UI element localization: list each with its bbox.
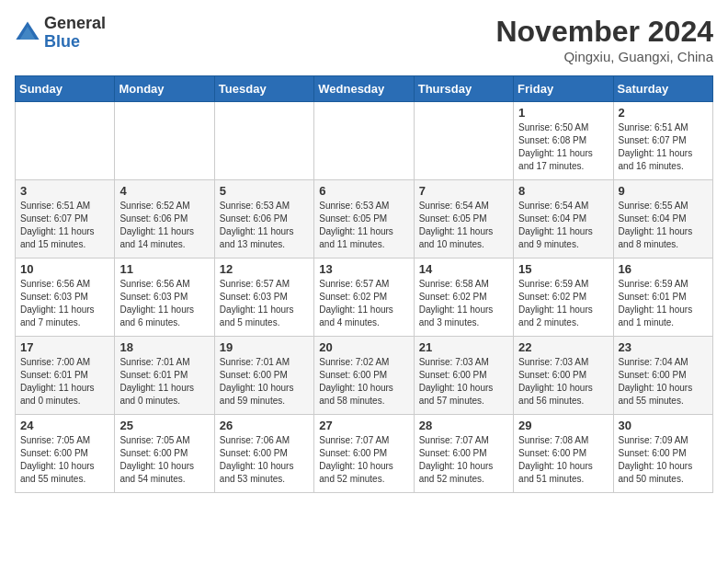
day-number: 28	[419, 419, 508, 432]
day-number: 7	[419, 184, 508, 198]
week-row-4: 17Sunrise: 7:00 AM Sunset: 6:01 PM Dayli…	[16, 337, 713, 415]
calendar-cell	[16, 102, 115, 180]
weekday-header-tuesday: Tuesday	[214, 76, 313, 102]
day-detail: Sunrise: 6:54 AM Sunset: 6:05 PM Dayligh…	[419, 200, 508, 251]
weekday-header-thursday: Thursday	[414, 76, 513, 102]
day-detail: Sunrise: 7:00 AM Sunset: 6:01 PM Dayligh…	[20, 356, 109, 408]
day-number: 26	[220, 419, 309, 432]
day-detail: Sunrise: 6:56 AM Sunset: 6:03 PM Dayligh…	[20, 278, 109, 329]
day-detail: Sunrise: 7:03 AM Sunset: 6:00 PM Dayligh…	[419, 356, 508, 408]
calendar-cell: 23Sunrise: 7:04 AM Sunset: 6:00 PM Dayli…	[613, 337, 712, 415]
day-detail: Sunrise: 7:06 AM Sunset: 6:00 PM Dayligh…	[220, 434, 309, 486]
calendar-cell: 6Sunrise: 6:53 AM Sunset: 6:05 PM Daylig…	[314, 180, 414, 259]
day-detail: Sunrise: 6:52 AM Sunset: 6:06 PM Dayligh…	[119, 200, 209, 251]
location: Qingxiu, Guangxi, China	[495, 49, 713, 64]
day-number: 12	[220, 262, 309, 276]
day-number: 13	[319, 262, 408, 276]
day-number: 1	[518, 106, 608, 120]
day-detail: Sunrise: 7:01 AM Sunset: 6:00 PM Dayligh…	[220, 356, 309, 408]
day-detail: Sunrise: 6:51 AM Sunset: 6:07 PM Dayligh…	[20, 200, 109, 251]
calendar-cell: 21Sunrise: 7:03 AM Sunset: 6:00 PM Dayli…	[414, 337, 513, 415]
day-detail: Sunrise: 6:53 AM Sunset: 6:06 PM Dayligh…	[220, 200, 309, 251]
day-detail: Sunrise: 7:05 AM Sunset: 6:00 PM Dayligh…	[20, 434, 109, 486]
calendar-cell: 26Sunrise: 7:06 AM Sunset: 6:00 PM Dayli…	[214, 415, 313, 493]
weekday-header-friday: Friday	[514, 76, 613, 102]
day-number: 27	[319, 419, 408, 432]
day-detail: Sunrise: 7:07 AM Sunset: 6:00 PM Dayligh…	[319, 434, 408, 486]
calendar-cell: 1Sunrise: 6:50 AM Sunset: 6:08 PM Daylig…	[514, 102, 613, 180]
weekday-header-wednesday: Wednesday	[314, 76, 414, 102]
day-number: 10	[20, 262, 109, 276]
calendar-cell: 2Sunrise: 6:51 AM Sunset: 6:07 PM Daylig…	[613, 102, 712, 180]
day-detail: Sunrise: 7:08 AM Sunset: 6:00 PM Dayligh…	[518, 434, 608, 486]
day-detail: Sunrise: 7:05 AM Sunset: 6:00 PM Dayligh…	[119, 434, 209, 486]
week-row-5: 24Sunrise: 7:05 AM Sunset: 6:00 PM Dayli…	[16, 415, 713, 493]
day-number: 18	[119, 340, 209, 354]
page-header: General Blue November 2024 Qingxiu, Guan…	[15, 15, 713, 64]
calendar-cell: 10Sunrise: 6:56 AM Sunset: 6:03 PM Dayli…	[16, 259, 115, 337]
calendar-cell	[314, 102, 414, 180]
calendar-cell: 17Sunrise: 7:00 AM Sunset: 6:01 PM Dayli…	[16, 337, 115, 415]
weekday-header-saturday: Saturday	[613, 76, 712, 102]
calendar-cell: 30Sunrise: 7:09 AM Sunset: 6:00 PM Dayli…	[613, 415, 712, 493]
day-detail: Sunrise: 6:58 AM Sunset: 6:02 PM Dayligh…	[419, 278, 508, 329]
month-title: November 2024	[495, 15, 713, 49]
calendar-cell: 3Sunrise: 6:51 AM Sunset: 6:07 PM Daylig…	[16, 180, 115, 259]
calendar-cell: 8Sunrise: 6:54 AM Sunset: 6:04 PM Daylig…	[514, 180, 613, 259]
day-number: 19	[220, 340, 309, 354]
day-detail: Sunrise: 6:53 AM Sunset: 6:05 PM Dayligh…	[319, 200, 408, 251]
calendar-cell: 13Sunrise: 6:57 AM Sunset: 6:02 PM Dayli…	[314, 259, 414, 337]
day-detail: Sunrise: 7:01 AM Sunset: 6:01 PM Dayligh…	[119, 356, 209, 408]
day-number: 23	[619, 340, 708, 354]
day-number: 4	[119, 184, 209, 198]
day-number: 5	[220, 184, 309, 198]
calendar-cell: 29Sunrise: 7:08 AM Sunset: 6:00 PM Dayli…	[514, 415, 613, 493]
calendar-cell: 28Sunrise: 7:07 AM Sunset: 6:00 PM Dayli…	[414, 415, 513, 493]
day-number: 6	[319, 184, 408, 198]
day-number: 24	[20, 419, 109, 432]
day-detail: Sunrise: 6:55 AM Sunset: 6:04 PM Dayligh…	[619, 200, 708, 251]
calendar-table: SundayMondayTuesdayWednesdayThursdayFrid…	[15, 75, 713, 493]
day-number: 16	[619, 262, 708, 276]
day-detail: Sunrise: 7:04 AM Sunset: 6:00 PM Dayligh…	[619, 356, 708, 408]
day-detail: Sunrise: 7:02 AM Sunset: 6:00 PM Dayligh…	[319, 356, 408, 408]
day-detail: Sunrise: 6:59 AM Sunset: 6:02 PM Dayligh…	[518, 278, 608, 329]
day-number: 9	[619, 184, 708, 198]
day-detail: Sunrise: 6:50 AM Sunset: 6:08 PM Dayligh…	[518, 121, 608, 173]
calendar-cell: 22Sunrise: 7:03 AM Sunset: 6:00 PM Dayli…	[514, 337, 613, 415]
calendar-cell: 27Sunrise: 7:07 AM Sunset: 6:00 PM Dayli…	[314, 415, 414, 493]
calendar-cell	[414, 102, 513, 180]
calendar-cell: 15Sunrise: 6:59 AM Sunset: 6:02 PM Dayli…	[514, 259, 613, 337]
day-detail: Sunrise: 6:54 AM Sunset: 6:04 PM Dayligh…	[518, 200, 608, 251]
week-row-2: 3Sunrise: 6:51 AM Sunset: 6:07 PM Daylig…	[16, 180, 713, 259]
calendar-cell: 25Sunrise: 7:05 AM Sunset: 6:00 PM Dayli…	[115, 415, 214, 493]
title-block: November 2024 Qingxiu, Guangxi, China	[495, 15, 713, 64]
day-detail: Sunrise: 7:09 AM Sunset: 6:00 PM Dayligh…	[619, 434, 708, 486]
day-number: 2	[619, 106, 708, 120]
calendar-cell: 18Sunrise: 7:01 AM Sunset: 6:01 PM Dayli…	[115, 337, 214, 415]
weekday-header-sunday: Sunday	[16, 76, 115, 102]
calendar-cell: 12Sunrise: 6:57 AM Sunset: 6:03 PM Dayli…	[214, 259, 313, 337]
calendar-cell: 16Sunrise: 6:59 AM Sunset: 6:01 PM Dayli…	[613, 259, 712, 337]
calendar-cell	[214, 102, 313, 180]
day-number: 25	[119, 419, 209, 432]
day-detail: Sunrise: 6:57 AM Sunset: 6:02 PM Dayligh…	[319, 278, 408, 329]
weekday-header-row: SundayMondayTuesdayWednesdayThursdayFrid…	[16, 76, 713, 102]
calendar-cell	[115, 102, 214, 180]
logo-blue-text: Blue	[44, 32, 80, 51]
day-number: 8	[518, 184, 608, 198]
week-row-1: 1Sunrise: 6:50 AM Sunset: 6:08 PM Daylig…	[16, 102, 713, 180]
day-number: 14	[419, 262, 508, 276]
day-detail: Sunrise: 7:03 AM Sunset: 6:00 PM Dayligh…	[518, 356, 608, 408]
day-number: 3	[20, 184, 109, 198]
calendar-cell: 20Sunrise: 7:02 AM Sunset: 6:00 PM Dayli…	[314, 337, 414, 415]
day-detail: Sunrise: 6:56 AM Sunset: 6:03 PM Dayligh…	[119, 278, 209, 329]
day-number: 20	[319, 340, 408, 354]
day-number: 21	[419, 340, 508, 354]
day-detail: Sunrise: 6:59 AM Sunset: 6:01 PM Dayligh…	[619, 278, 708, 329]
day-number: 30	[619, 419, 708, 432]
day-number: 29	[518, 419, 608, 432]
calendar-cell: 4Sunrise: 6:52 AM Sunset: 6:06 PM Daylig…	[115, 180, 214, 259]
logo-icon	[15, 20, 40, 46]
calendar-cell: 9Sunrise: 6:55 AM Sunset: 6:04 PM Daylig…	[613, 180, 712, 259]
